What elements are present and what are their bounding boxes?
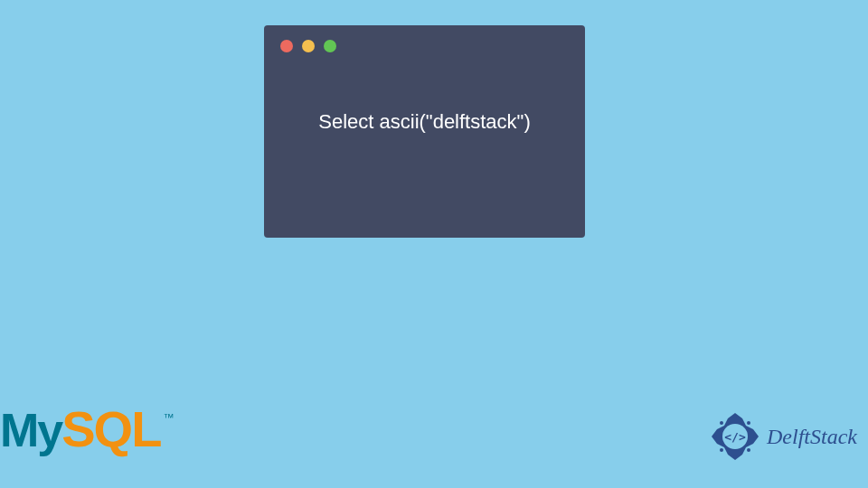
code-window: Select ascii("delftstack") <box>264 25 585 238</box>
delftstack-icon: </> <box>709 410 761 463</box>
svg-point-3 <box>747 421 750 425</box>
svg-point-5 <box>747 448 750 452</box>
svg-point-2 <box>733 415 737 418</box>
maximize-icon <box>324 40 336 52</box>
svg-point-7 <box>720 448 723 452</box>
svg-text:</>: </> <box>724 430 746 444</box>
mysql-my-text: My <box>0 403 61 457</box>
svg-point-4 <box>753 435 757 438</box>
code-content: Select ascii("delftstack") <box>264 67 585 134</box>
delftstack-text: DelftStack <box>767 425 857 449</box>
svg-point-6 <box>733 455 737 458</box>
close-icon <box>280 40 293 52</box>
svg-point-9 <box>720 421 723 425</box>
mysql-trademark: ™ <box>163 411 174 424</box>
window-controls <box>264 25 585 67</box>
minimize-icon <box>302 40 315 52</box>
delftstack-logo: </> DelftStack <box>709 410 857 463</box>
svg-point-8 <box>713 435 717 438</box>
mysql-logo: MySQL™ <box>0 399 217 463</box>
mysql-sql-text: SQL <box>61 399 160 458</box>
